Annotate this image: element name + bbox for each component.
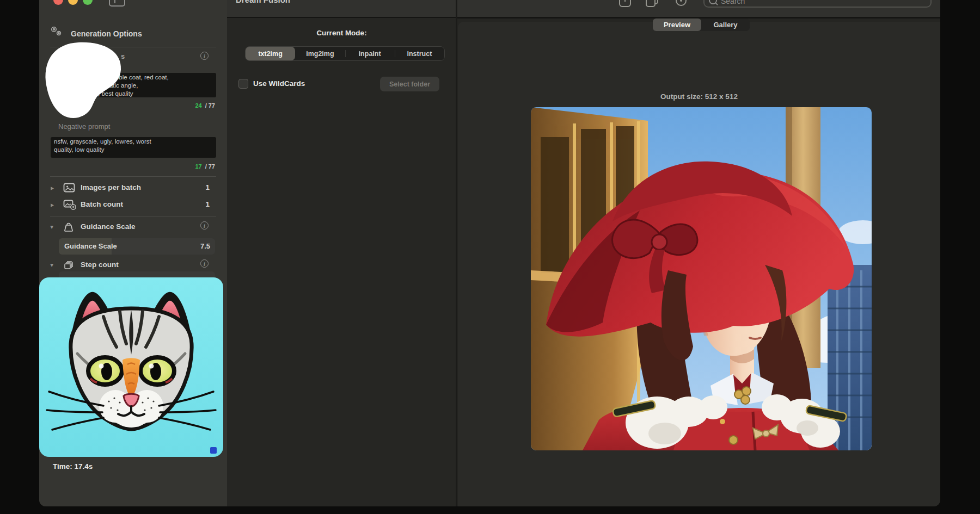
info-icon[interactable]: i: [200, 221, 209, 230]
slider-value: 7.5: [200, 242, 210, 250]
traffic-minimize-button[interactable]: [68, 0, 78, 5]
traffic-close-button[interactable]: [53, 0, 63, 5]
mode-tab-img2img[interactable]: img2img: [295, 47, 345, 60]
info-icon[interactable]: i: [200, 52, 209, 60]
app-window: Generation Options s i ompt queen hat, n…: [39, 0, 940, 506]
help-icon[interactable]: [675, 0, 687, 9]
tab-gallery[interactable]: Gallery: [701, 18, 750, 31]
generation-time: Time: 17.4s: [53, 462, 93, 470]
mode-tab-instruct[interactable]: instruct: [395, 47, 444, 60]
divider: [395, 50, 395, 57]
divider: [50, 216, 216, 216]
guidance-scale-slider[interactable]: Guidance Scale 7.5: [59, 238, 215, 255]
prompt-token-limit: / 77: [205, 102, 215, 109]
mode-tab-inpaint[interactable]: inpaint: [345, 47, 395, 60]
image-stack-plus-icon: [63, 200, 76, 212]
copy-icon[interactable]: [645, 0, 660, 11]
guidance-scale-header-row[interactable]: ▸ Guidance Scale i: [39, 220, 227, 234]
image-icon: [63, 183, 75, 195]
select-folder-button[interactable]: Select folder: [380, 77, 439, 91]
divider: [50, 47, 216, 47]
row-value: 1: [205, 183, 210, 191]
step-count-header-row[interactable]: ▸ Step count i: [39, 258, 227, 273]
layers-cube-icon: [63, 260, 74, 273]
window-title: Dream Fusion: [236, 0, 290, 5]
chevron-right-icon[interactable]: ▸: [51, 184, 54, 192]
wildcards-label: Use WildCards: [253, 79, 305, 88]
wildcards-checkbox[interactable]: [238, 79, 248, 89]
prompt-line: asterpiece, best quality: [54, 90, 213, 98]
export-icon[interactable]: [618, 0, 632, 10]
negative-prompt-textarea[interactable]: nsfw, grayscale, ugly, lowres, worst qua…: [51, 137, 216, 158]
negative-token-limit: / 77: [205, 163, 215, 170]
row-label: Batch count: [81, 200, 123, 208]
cat-illustration: [39, 277, 223, 457]
prompt-token-counter: 24/ 77: [195, 102, 215, 109]
redacted-section-label-fragment: s: [121, 52, 125, 60]
slider-label: Guidance Scale: [64, 242, 117, 250]
chevron-down-icon[interactable]: ▸: [48, 226, 56, 229]
current-mode-label: Current Mode:: [227, 29, 456, 37]
search-icon: [709, 0, 717, 4]
negative-token-count: 17: [195, 163, 201, 170]
output-size-label: Output size: 512 x 512: [458, 92, 940, 101]
generation-options-icon: [49, 25, 63, 39]
prompt-textarea[interactable]: queen hat, noble coat, red coat, le shir…: [51, 73, 216, 97]
generated-thumbnail-cat[interactable]: [39, 277, 223, 457]
tab-preview[interactable]: Preview: [653, 18, 701, 31]
negative-token-counter: 17/ 77: [195, 163, 215, 170]
row-label: Step count: [81, 261, 119, 269]
images-per-batch-row[interactable]: ▸ Images per batch 1: [39, 181, 227, 195]
mode-pane: Current Mode: txt2img img2img inpaint in…: [227, 18, 456, 506]
sidebar-section-title: Generation Options: [71, 29, 142, 38]
chevron-down-icon[interactable]: ▸: [48, 264, 56, 267]
traffic-zoom-button[interactable]: [83, 0, 93, 5]
chevron-right-icon[interactable]: ▸: [51, 201, 54, 209]
row-value: 1: [205, 200, 210, 208]
generated-image-anime-girl: [531, 107, 872, 450]
negative-line: nsfw, grayscale, ugly, lowres, worst: [54, 138, 213, 146]
weight-icon: [63, 222, 74, 234]
divider: [50, 176, 216, 177]
divider: [345, 50, 346, 57]
mode-segmented-control: txt2img img2img inpaint instruct: [245, 46, 445, 61]
prompt-line: queen hat, noble coat, red coat,: [54, 73, 213, 82]
search-input[interactable]: Search: [703, 0, 932, 8]
negative-prompt-label: Negative prompt: [58, 122, 110, 131]
pane-divider: [456, 0, 457, 506]
progress-chip: [210, 447, 217, 454]
batch-count-row[interactable]: ▸ Batch count 1: [39, 198, 227, 212]
row-label: Images per batch: [81, 183, 141, 191]
search-placeholder: Search: [721, 0, 745, 5]
negative-line: quality, low quality: [54, 146, 213, 154]
sidebar-toggle-icon[interactable]: [109, 0, 125, 7]
preview-segmented-control: Preview Gallery: [653, 18, 750, 31]
prompt-line: le shirt, cinematic angle,: [54, 82, 213, 90]
mode-tab-txt2img[interactable]: txt2img: [246, 47, 295, 60]
sidebar: Generation Options s i ompt queen hat, n…: [39, 0, 227, 506]
prompt-token-count: 24: [195, 102, 201, 109]
preview-pane: Preview Gallery Output size: 512 x 512: [458, 22, 940, 506]
row-label: Guidance Scale: [81, 222, 136, 231]
info-icon[interactable]: i: [200, 259, 209, 268]
